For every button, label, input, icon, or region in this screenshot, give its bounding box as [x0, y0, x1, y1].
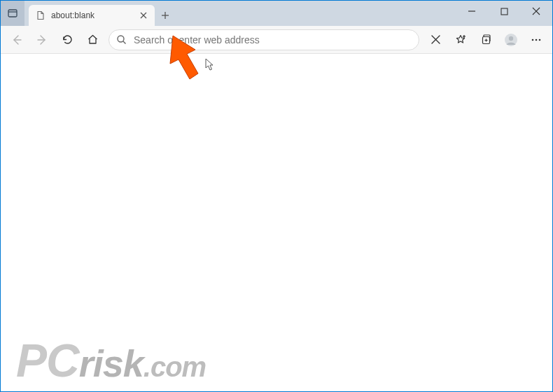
collections-icon — [480, 34, 492, 46]
window-close-button[interactable] — [520, 1, 552, 22]
close-icon — [532, 7, 540, 15]
refresh-icon — [62, 34, 74, 46]
svg-point-23 — [532, 38, 534, 41]
toolbar — [1, 26, 552, 54]
forward-icon — [36, 34, 48, 46]
minimize-icon — [468, 7, 476, 15]
back-icon — [10, 34, 23, 46]
settings-menu-button[interactable] — [524, 29, 548, 51]
star-plus-icon — [454, 34, 467, 46]
search-icon — [116, 34, 127, 45]
refresh-button[interactable] — [55, 29, 79, 51]
svg-rect-0 — [8, 10, 17, 17]
stop-button[interactable] — [424, 29, 447, 51]
svg-point-25 — [539, 38, 541, 41]
titlebar: about:blank — [1, 1, 552, 26]
svg-line-13 — [123, 41, 126, 44]
maximize-button[interactable] — [488, 1, 520, 22]
back-button[interactable] — [5, 29, 29, 51]
profile-icon — [504, 33, 518, 47]
minimize-button[interactable] — [456, 1, 488, 22]
window-controls — [456, 1, 552, 22]
tab-actions-button[interactable] — [1, 1, 24, 26]
browser-window: about:blank — [0, 0, 553, 392]
page-content — [1, 54, 552, 391]
address-input[interactable] — [134, 34, 412, 46]
tab-close-button[interactable] — [138, 10, 149, 21]
page-icon — [36, 10, 46, 20]
plus-icon — [161, 11, 169, 20]
close-icon — [430, 34, 441, 45]
maximize-icon — [500, 8, 508, 15]
profile-button[interactable] — [499, 29, 523, 51]
new-tab-button[interactable] — [155, 5, 176, 26]
favorites-button[interactable] — [449, 29, 472, 51]
svg-rect-7 — [501, 8, 507, 15]
home-button[interactable] — [80, 29, 104, 51]
address-bar[interactable] — [108, 29, 419, 50]
forward-button[interactable] — [30, 29, 54, 51]
close-icon — [140, 12, 147, 19]
svg-point-24 — [536, 38, 538, 41]
more-icon — [531, 34, 542, 46]
collections-button[interactable] — [474, 29, 498, 51]
home-icon — [87, 34, 99, 46]
tab-actions-icon — [7, 8, 18, 19]
tab-title: about:blank — [51, 10, 138, 20]
browser-tab[interactable]: about:blank — [29, 5, 155, 26]
svg-point-22 — [509, 36, 513, 40]
svg-point-12 — [118, 36, 124, 42]
